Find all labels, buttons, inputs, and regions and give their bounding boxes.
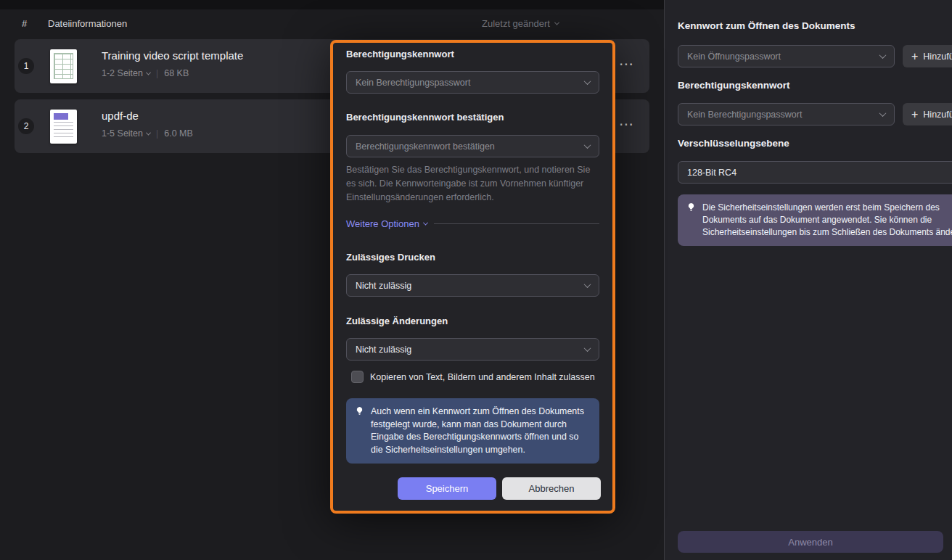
security-sidebar: Kennwort zum Öffnen des Dokuments + Hinz…	[665, 0, 952, 560]
file-size: 6.0 MB	[164, 128, 193, 139]
row-index-badge: 1	[18, 58, 34, 74]
column-header-modified[interactable]: Zuletzt geändert	[482, 18, 559, 29]
page-range-dropdown[interactable]: 1-5 Seiten	[102, 128, 150, 139]
file-meta: 1-5 Seiten | 6.0 MB	[102, 128, 193, 139]
chevron-down-icon[interactable]	[584, 141, 591, 149]
page-range-dropdown[interactable]: 1-2 Seiten	[102, 68, 150, 78]
confirm-password-input[interactable]	[356, 141, 579, 152]
encryption-level-value: 128-Bit RC4	[687, 168, 736, 178]
add-permission-password-button[interactable]: + Hinzufügen	[903, 103, 952, 125]
chevron-down-icon	[146, 70, 151, 75]
copy-content-checkbox-row: Kopieren von Text, Bildern und anderem I…	[351, 371, 595, 383]
allowed-changes-value: Nicht zulässig	[356, 345, 579, 355]
file-meta: 1-2 Seiten | 68 KB	[102, 68, 189, 78]
spreadsheet-grid-graphic	[54, 53, 73, 79]
page-range-label: 1-5 Seiten	[102, 128, 143, 139]
row-index-badge: 2	[18, 118, 34, 134]
row-more-menu-icon[interactable]: ⋯	[619, 55, 633, 73]
section-divider	[434, 223, 599, 224]
file-title: Training video script template	[102, 49, 243, 62]
column-header-number: #	[22, 18, 27, 29]
pdf-page-graphic	[54, 113, 73, 140]
apply-button[interactable]: Anwenden	[678, 531, 943, 553]
more-options-link[interactable]: Weitere Optionen	[346, 218, 427, 229]
permission-password-field[interactable]	[346, 71, 599, 94]
copy-content-checkbox-label: Kopieren von Text, Bildern und anderem I…	[370, 372, 595, 382]
more-options-row: Weitere Optionen	[346, 218, 599, 229]
row-more-menu-icon[interactable]: ⋯	[619, 115, 633, 133]
chevron-down-icon[interactable]	[584, 78, 591, 85]
file-size: 68 KB	[164, 68, 189, 78]
chevron-down-icon	[146, 130, 151, 135]
add-open-password-label: Hinzufügen	[923, 52, 952, 62]
chevron-down-icon	[423, 221, 428, 226]
encryption-level-heading: Verschlüsselungsebene	[678, 138, 789, 149]
lightbulb-icon	[355, 406, 364, 420]
chevron-down-icon	[584, 281, 591, 288]
pdf-banner-graphic	[54, 113, 68, 120]
file-title: updf-de	[102, 110, 139, 122]
add-open-password-button[interactable]: + Hinzufügen	[903, 45, 952, 67]
column-header-modified-label: Zuletzt geändert	[482, 18, 550, 29]
app-window: # Dateiinformationen Zuletzt geändert 1 …	[0, 0, 952, 560]
plus-icon: +	[911, 51, 918, 62]
allowed-changes-select[interactable]: Nicht zulässig	[346, 338, 599, 361]
sidebar-permission-input[interactable]	[687, 110, 874, 120]
sidebar-info-text: Die Sicherheitseinstellungen werden erst…	[702, 202, 952, 237]
confirm-helper-text: Bestätigen Sie das Berechtigungskennwort…	[346, 163, 599, 204]
window-top-strip	[0, 0, 664, 9]
sidebar-permission-field[interactable]	[678, 103, 895, 125]
chevron-down-icon[interactable]	[879, 52, 887, 59]
plus-icon: +	[911, 109, 918, 120]
save-button[interactable]: Speichern	[398, 477, 496, 500]
file-thumbnail-icon	[50, 110, 77, 144]
allowed-printing-label: Zulässiges Drucken	[346, 252, 435, 263]
confirm-password-label: Berechtigungskennwort bestätigen	[346, 112, 504, 123]
add-permission-password-label: Hinzufügen	[923, 110, 952, 120]
permission-info-text: Auch wenn ein Kennwort zum Öffnen des Do…	[371, 406, 584, 455]
meta-separator: |	[156, 128, 158, 139]
more-options-label: Weitere Optionen	[346, 218, 419, 229]
confirm-password-field[interactable]	[346, 135, 599, 157]
allowed-printing-select[interactable]: Nicht zulässig	[346, 274, 599, 297]
open-password-input[interactable]	[687, 52, 874, 62]
file-thumbnail-icon	[50, 49, 77, 83]
chevron-down-icon[interactable]	[879, 110, 887, 117]
permission-password-heading: Berechtigungskennwort	[678, 80, 790, 91]
cancel-button[interactable]: Abbrechen	[502, 477, 601, 500]
sidebar-info-box: Die Sicherheitseinstellungen werden erst…	[678, 194, 952, 246]
permission-info-box: Auch wenn ein Kennwort zum Öffnen des Do…	[346, 398, 599, 464]
page-range-label: 1-2 Seiten	[102, 68, 143, 78]
meta-separator: |	[156, 68, 158, 78]
column-header-name: Dateiinformationen	[48, 18, 127, 29]
pdf-textlines-graphic	[54, 122, 73, 139]
permission-password-input[interactable]	[356, 78, 579, 88]
open-password-field[interactable]	[678, 45, 895, 67]
copy-content-checkbox[interactable]	[351, 371, 364, 383]
chevron-down-icon	[584, 345, 591, 352]
security-settings-dialog: Berechtigungskennwort Berechtigungskennw…	[330, 40, 615, 514]
chevron-down-icon	[554, 20, 559, 25]
allowed-printing-value: Nicht zulässig	[356, 281, 579, 291]
allowed-changes-label: Zulässige Änderungen	[346, 316, 448, 326]
permission-password-label: Berechtigungskennwort	[346, 49, 454, 59]
lightbulb-icon	[686, 202, 696, 215]
encryption-level-select[interactable]: 128-Bit RC4	[678, 161, 952, 184]
open-password-heading: Kennwort zum Öffnen des Dokuments	[678, 20, 855, 31]
